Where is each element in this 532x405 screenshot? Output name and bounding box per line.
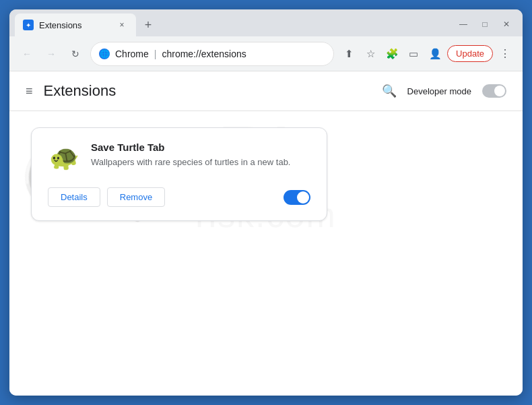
maximize-button[interactable]: □ xyxy=(474,16,496,32)
search-icon[interactable]: 🔍 xyxy=(382,84,397,98)
site-icon xyxy=(99,49,110,59)
extensions-list: 🐢 Save Turtle Tab Wallpapers with rare s… xyxy=(9,111,523,237)
minimize-button[interactable]: — xyxy=(453,16,474,32)
tab-favicon xyxy=(23,20,34,30)
remove-button[interactable]: Remove xyxy=(107,187,165,207)
extension-info: Save Turtle Tab Wallpapers with rare spe… xyxy=(91,142,310,169)
url-text: chrome://extensions xyxy=(162,49,246,59)
extension-icon: 🐢 xyxy=(48,142,80,174)
back-button[interactable]: ← xyxy=(18,44,36,63)
extension-description: Wallpapers with rare species of turtles … xyxy=(91,156,310,169)
bookmark-icon[interactable]: ☆ xyxy=(361,44,380,63)
details-button[interactable]: Details xyxy=(48,187,100,207)
chrome-label: Chrome xyxy=(115,49,149,59)
omnibar: ← → ↻ Chrome | chrome://extensions ⬆ ☆ 🧩… xyxy=(9,36,523,71)
url-separator: | xyxy=(154,49,157,59)
extension-name: Save Turtle Tab xyxy=(91,142,310,153)
sidebar-toggle-icon[interactable]: ≡ xyxy=(26,84,33,98)
header-right: 🔍 Developer mode xyxy=(382,84,506,98)
extension-card: 🐢 Save Turtle Tab Wallpapers with rare s… xyxy=(31,127,327,221)
tab-title: Extensions xyxy=(39,20,110,30)
card-actions: Details Remove xyxy=(48,187,310,207)
developer-mode-label: Developer mode xyxy=(407,86,471,96)
sidebar-icon[interactable]: ▭ xyxy=(404,44,423,63)
toolbar-icons: ⬆ ☆ 🧩 ▭ 👤 Update ⋮ xyxy=(339,44,514,63)
browser-window: Extensions × + — □ ✕ ← → ↻ Chrome | chro… xyxy=(9,9,523,396)
page-header: ≡ Extensions 🔍 Developer mode xyxy=(9,71,523,111)
share-icon[interactable]: ⬆ xyxy=(339,44,358,63)
card-top: 🐢 Save Turtle Tab Wallpapers with rare s… xyxy=(48,142,310,174)
page-title: Extensions xyxy=(44,82,117,100)
active-tab[interactable]: Extensions × xyxy=(15,13,136,36)
developer-mode-toggle[interactable] xyxy=(482,84,506,98)
tab-bar: Extensions × + — □ ✕ xyxy=(9,9,523,36)
forward-button[interactable]: → xyxy=(42,44,61,63)
update-button[interactable]: Update xyxy=(447,45,493,62)
refresh-button[interactable]: ↻ xyxy=(66,44,85,63)
page-content: ≡ Extensions 🔍 Developer mode 🔍 PL risk.… xyxy=(9,71,523,396)
address-bar[interactable]: Chrome | chrome://extensions xyxy=(90,42,334,66)
extensions-icon[interactable]: 🧩 xyxy=(383,44,401,63)
chrome-menu-button[interactable]: ⋮ xyxy=(496,44,514,63)
window-controls: — □ ✕ xyxy=(453,16,517,32)
profile-icon[interactable]: 👤 xyxy=(426,44,444,63)
extension-enabled-toggle[interactable] xyxy=(284,190,310,205)
close-button[interactable]: ✕ xyxy=(496,16,517,32)
tab-close-button[interactable]: × xyxy=(116,19,128,31)
content-area: 🔍 PL risk.com 🐢 Save Turtle Tab Wallpape… xyxy=(9,111,523,237)
new-tab-button[interactable]: + xyxy=(139,15,158,34)
